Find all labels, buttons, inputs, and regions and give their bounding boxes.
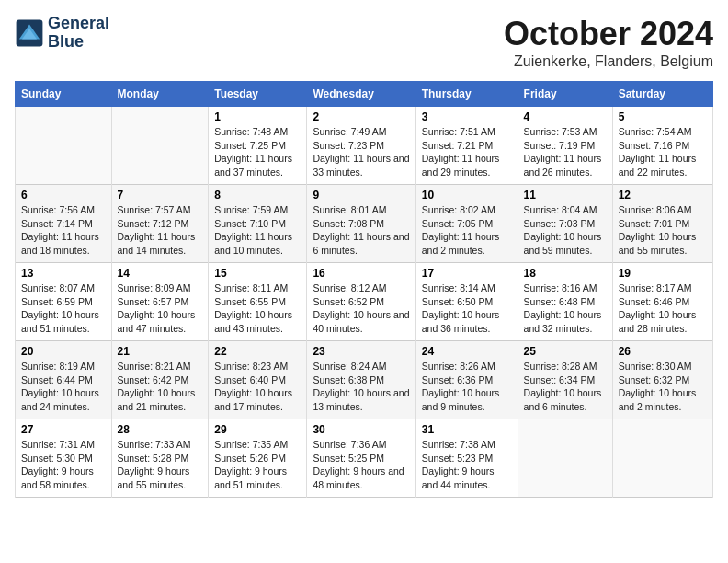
- day-number: 30: [313, 423, 409, 436]
- calendar-cell: 2Sunrise: 7:49 AM Sunset: 7:23 PM Daylig…: [307, 107, 415, 185]
- day-number: 10: [422, 189, 512, 201]
- calendar-cell: 6Sunrise: 7:56 AM Sunset: 7:14 PM Daylig…: [16, 185, 112, 263]
- day-info: Sunrise: 7:57 AM Sunset: 7:12 PM Dayligh…: [118, 203, 203, 258]
- day-info: Sunrise: 8:09 AM Sunset: 6:57 PM Dayligh…: [118, 282, 203, 336]
- day-number: 20: [21, 345, 106, 358]
- calendar-cell: 16Sunrise: 8:12 AM Sunset: 6:52 PM Dayli…: [307, 263, 415, 341]
- calendar-cell: 11Sunrise: 8:04 AM Sunset: 7:03 PM Dayli…: [518, 185, 612, 263]
- day-number: 9: [313, 189, 409, 201]
- day-info: Sunrise: 8:17 AM Sunset: 6:46 PM Dayligh…: [619, 282, 707, 336]
- calendar-cell: 3Sunrise: 7:51 AM Sunset: 7:21 PM Daylig…: [415, 107, 518, 185]
- day-number: 23: [313, 345, 409, 358]
- day-number: 21: [118, 345, 203, 358]
- day-info: Sunrise: 7:36 AM Sunset: 5:25 PM Dayligh…: [313, 438, 409, 492]
- day-number: 29: [214, 423, 301, 436]
- day-info: Sunrise: 8:30 AM Sunset: 6:32 PM Dayligh…: [619, 360, 707, 414]
- calendar-cell: 29Sunrise: 7:35 AM Sunset: 5:26 PM Dayli…: [209, 419, 307, 498]
- calendar-cell: 27Sunrise: 7:31 AM Sunset: 5:30 PM Dayli…: [16, 419, 112, 498]
- day-info: Sunrise: 8:19 AM Sunset: 6:44 PM Dayligh…: [21, 360, 106, 414]
- calendar-week-row: 13Sunrise: 8:07 AM Sunset: 6:59 PM Dayli…: [16, 263, 713, 341]
- day-info: Sunrise: 8:28 AM Sunset: 6:34 PM Dayligh…: [524, 360, 607, 414]
- day-info: Sunrise: 8:26 AM Sunset: 6:36 PM Dayligh…: [422, 360, 512, 414]
- day-number: 7: [118, 189, 203, 201]
- main-title: October 2024: [504, 15, 713, 53]
- calendar-week-row: 6Sunrise: 7:56 AM Sunset: 7:14 PM Daylig…: [16, 185, 713, 263]
- day-info: Sunrise: 8:06 AM Sunset: 7:01 PM Dayligh…: [619, 203, 707, 258]
- day-info: Sunrise: 7:53 AM Sunset: 7:19 PM Dayligh…: [524, 125, 607, 179]
- calendar-week-row: 27Sunrise: 7:31 AM Sunset: 5:30 PM Dayli…: [16, 419, 713, 498]
- day-number: 17: [422, 267, 512, 280]
- day-number: 2: [313, 110, 409, 123]
- calendar-cell: 1Sunrise: 7:48 AM Sunset: 7:25 PM Daylig…: [209, 107, 307, 185]
- calendar-cell: 18Sunrise: 8:16 AM Sunset: 6:48 PM Dayli…: [518, 263, 612, 341]
- calendar-cell: 25Sunrise: 8:28 AM Sunset: 6:34 PM Dayli…: [518, 341, 612, 419]
- day-info: Sunrise: 8:11 AM Sunset: 6:55 PM Dayligh…: [214, 282, 301, 336]
- day-number: 8: [214, 189, 301, 201]
- calendar-cell: 17Sunrise: 8:14 AM Sunset: 6:50 PM Dayli…: [415, 263, 518, 341]
- calendar-cell: 31Sunrise: 7:38 AM Sunset: 5:23 PM Dayli…: [415, 419, 518, 498]
- weekday-header: Wednesday: [307, 82, 415, 107]
- calendar-week-row: 1Sunrise: 7:48 AM Sunset: 7:25 PM Daylig…: [16, 107, 713, 185]
- day-info: Sunrise: 7:31 AM Sunset: 5:30 PM Dayligh…: [21, 438, 106, 492]
- weekday-header: Thursday: [415, 82, 518, 107]
- calendar-cell: 20Sunrise: 8:19 AM Sunset: 6:44 PM Dayli…: [16, 341, 112, 419]
- day-number: 3: [422, 110, 512, 123]
- calendar-cell: [518, 419, 612, 498]
- day-number: 19: [619, 267, 707, 280]
- day-info: Sunrise: 7:33 AM Sunset: 5:28 PM Dayligh…: [118, 438, 203, 492]
- day-number: 6: [21, 189, 106, 201]
- calendar-cell: 22Sunrise: 8:23 AM Sunset: 6:40 PM Dayli…: [209, 341, 307, 419]
- day-info: Sunrise: 7:49 AM Sunset: 7:23 PM Dayligh…: [313, 125, 409, 179]
- calendar-cell: 5Sunrise: 7:54 AM Sunset: 7:16 PM Daylig…: [612, 107, 712, 185]
- day-number: 5: [619, 110, 707, 123]
- calendar-cell: [612, 419, 712, 498]
- weekday-header: Monday: [111, 82, 209, 107]
- subtitle: Zuienkerke, Flanders, Belgium: [504, 53, 713, 70]
- calendar-cell: 21Sunrise: 8:21 AM Sunset: 6:42 PM Dayli…: [111, 341, 209, 419]
- day-info: Sunrise: 8:02 AM Sunset: 7:05 PM Dayligh…: [422, 203, 512, 258]
- weekday-header: Tuesday: [209, 82, 307, 107]
- logo-icon: [15, 18, 44, 48]
- day-number: 15: [214, 267, 301, 280]
- calendar-cell: 30Sunrise: 7:36 AM Sunset: 5:25 PM Dayli…: [307, 419, 415, 498]
- calendar-cell: 15Sunrise: 8:11 AM Sunset: 6:55 PM Dayli…: [209, 263, 307, 341]
- day-info: Sunrise: 8:24 AM Sunset: 6:38 PM Dayligh…: [313, 360, 409, 414]
- day-info: Sunrise: 7:54 AM Sunset: 7:16 PM Dayligh…: [619, 125, 707, 179]
- calendar-cell: 12Sunrise: 8:06 AM Sunset: 7:01 PM Dayli…: [612, 185, 712, 263]
- day-info: Sunrise: 8:16 AM Sunset: 6:48 PM Dayligh…: [524, 282, 607, 336]
- calendar-cell: [111, 107, 209, 185]
- day-number: 25: [524, 345, 607, 358]
- day-info: Sunrise: 8:12 AM Sunset: 6:52 PM Dayligh…: [313, 282, 409, 336]
- day-number: 1: [214, 110, 301, 123]
- day-info: Sunrise: 7:35 AM Sunset: 5:26 PM Dayligh…: [214, 438, 301, 492]
- title-area: October 2024 Zuienkerke, Flanders, Belgi…: [504, 15, 713, 70]
- day-number: 4: [524, 110, 607, 123]
- day-number: 16: [313, 267, 409, 280]
- calendar-week-row: 20Sunrise: 8:19 AM Sunset: 6:44 PM Dayli…: [16, 341, 713, 419]
- day-number: 22: [214, 345, 301, 358]
- day-info: Sunrise: 7:38 AM Sunset: 5:23 PM Dayligh…: [422, 438, 512, 492]
- day-info: Sunrise: 8:14 AM Sunset: 6:50 PM Dayligh…: [422, 282, 512, 336]
- calendar-cell: 9Sunrise: 8:01 AM Sunset: 7:08 PM Daylig…: [307, 185, 415, 263]
- day-number: 13: [21, 267, 106, 280]
- calendar-cell: 7Sunrise: 7:57 AM Sunset: 7:12 PM Daylig…: [111, 185, 209, 263]
- weekday-header: Saturday: [612, 82, 712, 107]
- day-number: 28: [118, 423, 203, 436]
- calendar-cell: 4Sunrise: 7:53 AM Sunset: 7:19 PM Daylig…: [518, 107, 612, 185]
- calendar-cell: 13Sunrise: 8:07 AM Sunset: 6:59 PM Dayli…: [16, 263, 112, 341]
- day-number: 24: [422, 345, 512, 358]
- day-info: Sunrise: 8:21 AM Sunset: 6:42 PM Dayligh…: [118, 360, 203, 414]
- day-number: 14: [118, 267, 203, 280]
- day-number: 31: [422, 423, 512, 436]
- day-number: 27: [21, 423, 106, 436]
- day-info: Sunrise: 8:07 AM Sunset: 6:59 PM Dayligh…: [21, 282, 106, 336]
- calendar-cell: 14Sunrise: 8:09 AM Sunset: 6:57 PM Dayli…: [111, 263, 209, 341]
- weekday-header: Friday: [518, 82, 612, 107]
- day-info: Sunrise: 7:56 AM Sunset: 7:14 PM Dayligh…: [21, 203, 106, 258]
- day-info: Sunrise: 7:48 AM Sunset: 7:25 PM Dayligh…: [214, 125, 301, 179]
- day-number: 11: [524, 189, 607, 201]
- day-number: 18: [524, 267, 607, 280]
- calendar-cell: [16, 107, 112, 185]
- day-info: Sunrise: 8:01 AM Sunset: 7:08 PM Dayligh…: [313, 203, 409, 258]
- calendar-cell: 10Sunrise: 8:02 AM Sunset: 7:05 PM Dayli…: [415, 185, 518, 263]
